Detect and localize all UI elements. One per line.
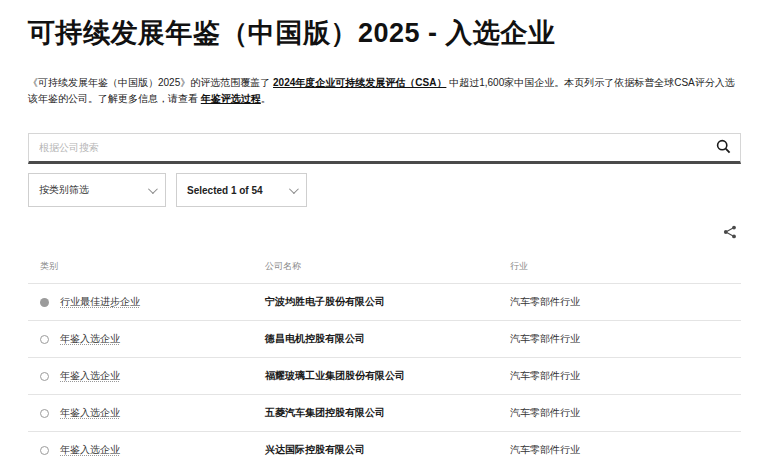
header-company: 公司名称 bbox=[265, 254, 510, 283]
category-marker-icon bbox=[40, 446, 49, 455]
search-button[interactable] bbox=[706, 134, 740, 161]
category-label[interactable]: 年鉴入选企业 bbox=[60, 406, 120, 420]
filter-by-category-dropdown[interactable]: 按类别筛选 bbox=[28, 173, 166, 207]
share-button[interactable] bbox=[721, 223, 739, 244]
category-cell: 年鉴入选企业 bbox=[28, 406, 265, 420]
industry-name: 汽车零部件行业 bbox=[510, 332, 741, 346]
industry-name: 汽车零部件行业 bbox=[510, 406, 741, 420]
table-row[interactable]: 年鉴入选企业 五菱汽车集团控股有限公司 汽车零部件行业 bbox=[28, 394, 741, 431]
search-input[interactable] bbox=[29, 134, 706, 161]
table-row[interactable]: 年鉴入选企业 兴达国际控股有限公司 汽车零部件行业 bbox=[28, 431, 741, 465]
page-container: 可持续发展年鉴（中国版）2025 - 入选企业 《可持续发展年鉴（中国版）202… bbox=[0, 15, 769, 465]
search-icon bbox=[716, 139, 731, 157]
intro-link[interactable]: 2024年度企业可持续发展评估（CSA） bbox=[273, 77, 446, 88]
category-cell: 行业最佳进步企业 bbox=[28, 295, 265, 309]
category-marker-icon bbox=[40, 409, 49, 418]
chevron-down-icon bbox=[148, 184, 158, 194]
category-label[interactable]: 年鉴入选企业 bbox=[60, 369, 120, 383]
category-label[interactable]: 年鉴入选企业 bbox=[60, 332, 120, 346]
industry-name: 汽车零部件行业 bbox=[510, 369, 741, 383]
intro-text: 。 bbox=[261, 93, 271, 104]
selected-count-dropdown[interactable]: Selected 1 of 54 bbox=[176, 173, 307, 207]
category-label[interactable]: 年鉴入选企业 bbox=[60, 443, 120, 457]
company-name: 福耀玻璃工业集团股份有限公司 bbox=[265, 369, 510, 383]
header-industry: 行业 bbox=[510, 254, 741, 283]
table-row[interactable]: 行业最佳进步企业 宁波均胜电子股份有限公司 汽车零部件行业 bbox=[28, 283, 741, 320]
table-row[interactable]: 年鉴入选企业 德昌电机控股有限公司 汽车零部件行业 bbox=[28, 320, 741, 357]
intro-text: 《可持续发展年鉴（中国版）2025》的评选范围覆盖了 bbox=[28, 77, 273, 88]
header-category: 类别 bbox=[28, 254, 265, 283]
company-name: 五菱汽车集团控股有限公司 bbox=[265, 406, 510, 420]
page-title: 可持续发展年鉴（中国版）2025 - 入选企业 bbox=[28, 15, 741, 51]
category-marker-icon bbox=[40, 372, 49, 381]
industry-name: 汽车零部件行业 bbox=[510, 443, 741, 457]
table-row[interactable]: 年鉴入选企业 福耀玻璃工业集团股份有限公司 汽车零部件行业 bbox=[28, 357, 741, 394]
company-name: 德昌电机控股有限公司 bbox=[265, 332, 510, 346]
filter-by-category-label: 按类别筛选 bbox=[39, 183, 89, 197]
share-icon bbox=[723, 227, 737, 242]
company-name: 宁波均胜电子股份有限公司 bbox=[265, 295, 510, 309]
table-body: 行业最佳进步企业 宁波均胜电子股份有限公司 汽车零部件行业 年鉴入选企业 德昌电… bbox=[28, 283, 741, 465]
chevron-down-icon bbox=[289, 184, 299, 194]
company-search-bar bbox=[28, 133, 741, 164]
table-header-row: 类别 公司名称 行业 bbox=[28, 254, 741, 283]
category-cell: 年鉴入选企业 bbox=[28, 369, 265, 383]
category-cell: 年鉴入选企业 bbox=[28, 443, 265, 457]
selected-count-label: Selected 1 of 54 bbox=[187, 185, 263, 196]
category-marker-icon bbox=[40, 335, 49, 344]
companies-table: 类别 公司名称 行业 行业最佳进步企业 宁波均胜电子股份有限公司 汽车零部件行业… bbox=[28, 254, 741, 465]
intro-paragraph: 《可持续发展年鉴（中国版）2025》的评选范围覆盖了 2024年度企业可持续发展… bbox=[28, 75, 741, 106]
industry-name: 汽车零部件行业 bbox=[510, 295, 741, 309]
share-row bbox=[28, 223, 741, 244]
filters-row: 按类别筛选 Selected 1 of 54 bbox=[28, 173, 741, 207]
company-name: 兴达国际控股有限公司 bbox=[265, 443, 510, 457]
category-marker-icon bbox=[40, 298, 49, 307]
intro-link[interactable]: 年鉴评选过程 bbox=[201, 93, 261, 104]
category-label[interactable]: 行业最佳进步企业 bbox=[60, 295, 140, 309]
category-cell: 年鉴入选企业 bbox=[28, 332, 265, 346]
